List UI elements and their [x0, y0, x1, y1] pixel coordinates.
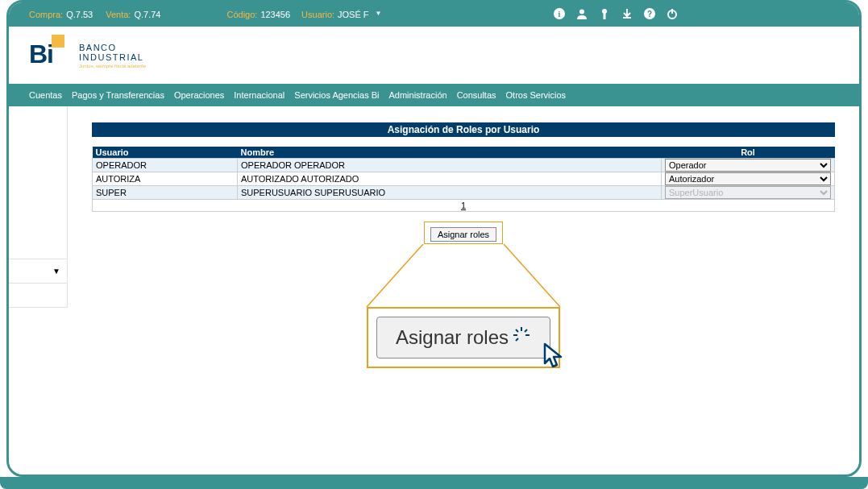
page-number[interactable]: 1	[461, 201, 466, 210]
user-icon[interactable]	[576, 8, 588, 22]
click-effect-icon	[512, 325, 531, 350]
sidebar-expand[interactable]: ▼	[9, 259, 67, 284]
sidebar-section-2	[9, 284, 67, 308]
usuario-label: Usuario:	[301, 10, 334, 19]
th-nombre: Nombre	[238, 147, 662, 159]
nav-internacional[interactable]: Internacional	[234, 90, 284, 100]
power-icon[interactable]	[667, 8, 678, 22]
logo-title-2: INDUSTRIAL	[79, 52, 146, 62]
codigo-label: Código:	[226, 10, 257, 19]
page-title: Asignación de Roles por Usuario	[92, 122, 835, 137]
nav-servicios-agencias[interactable]: Servicios Agencias Bi	[294, 90, 379, 100]
nav-administracion[interactable]: Administración	[388, 90, 446, 100]
assign-roles-button[interactable]: Asignar roles	[430, 227, 496, 242]
nav-consultas[interactable]: Consultas	[457, 90, 496, 100]
nav-otros[interactable]: Otros Servicios	[506, 90, 567, 100]
sidebar: ▼	[9, 106, 68, 308]
usuario-value: JOSÉ F	[338, 10, 369, 19]
cell-usuario: OPERADOR	[93, 159, 238, 172]
svg-line-14	[516, 329, 518, 332]
top-bar: Compra: Q.7.53 Venta: Q.7.74 Código: 123…	[9, 2, 859, 27]
compra-label: Compra:	[29, 10, 63, 19]
chevron-down-icon[interactable]: ▼	[376, 10, 382, 19]
svg-text:i: i	[559, 10, 561, 19]
venta-value: Q.7.74	[134, 10, 160, 19]
table-row: SUPERSUPERUSUARIO SUPERUSUARIOOperadorAu…	[93, 186, 835, 200]
th-rol: Rol	[662, 147, 835, 159]
role-select[interactable]: OperadorAutorizadorSuperUsuario	[665, 159, 831, 172]
callout-lines	[359, 244, 568, 309]
cell-nombre: AUTORIZADO AUTORIZADO	[238, 172, 662, 186]
cell-rol: OperadorAutorizadorSuperUsuario	[662, 159, 835, 172]
svg-point-2	[579, 9, 584, 14]
svg-rect-4	[604, 13, 606, 19]
codigo-value: 123456	[260, 10, 290, 19]
info-icon[interactable]: i	[554, 8, 565, 22]
nav-bar: Cuentas Pagos y Transferencias Operacion…	[9, 84, 859, 106]
table-row: OPERADOROPERADOR OPERADOROperadorAutoriz…	[93, 159, 835, 172]
logo-title-1: BANCO	[79, 43, 146, 52]
svg-text:?: ?	[647, 10, 652, 19]
role-select: OperadorAutorizadorSuperUsuario	[665, 186, 831, 199]
help-icon[interactable]: ?	[644, 8, 655, 22]
th-usuario: Usuario	[93, 147, 238, 159]
cell-rol: OperadorAutorizadorSuperUsuario	[662, 186, 835, 200]
cell-usuario: AUTORIZA	[93, 172, 238, 186]
nav-pagos[interactable]: Pagos y Transferencias	[72, 90, 164, 100]
assign-roles-button-zoom[interactable]: Asignar roles	[376, 317, 550, 358]
download-icon[interactable]	[621, 8, 633, 22]
table-row: AUTORIZAAUTORIZADO AUTORIZADOOperadorAut…	[93, 172, 835, 186]
nav-operaciones[interactable]: Operaciones	[174, 90, 224, 100]
cell-rol: OperadorAutorizadorSuperUsuario	[662, 172, 835, 186]
cell-nombre: OPERADOR OPERADOR	[238, 159, 662, 172]
logo-section: B i BANCO INDUSTRIAL Juntos, siempre hac…	[9, 27, 859, 84]
svg-line-16	[516, 338, 518, 341]
compra-value: Q.7.53	[66, 10, 93, 19]
key-icon[interactable]	[599, 8, 610, 22]
logo-subtitle: Juntos, siempre hacia adelante	[79, 64, 146, 68]
cell-nombre: SUPERUSUARIO SUPERUSUARIO	[238, 186, 662, 200]
svg-line-9	[367, 244, 423, 307]
pagination[interactable]: 1	[92, 200, 835, 212]
role-table: Usuario Nombre Rol OPERADOROPERADOR OPER…	[92, 147, 835, 212]
main-content: Asignación de Roles por Usuario Usuario …	[68, 106, 859, 308]
svg-line-10	[504, 244, 560, 307]
laptop-base	[0, 477, 868, 489]
cell-usuario: SUPER	[93, 186, 238, 200]
svg-line-15	[525, 329, 527, 332]
venta-label: Venta:	[106, 10, 131, 19]
role-select[interactable]: OperadorAutorizadorSuperUsuario	[665, 172, 831, 185]
logo[interactable]: B i BANCO INDUSTRIAL Juntos, siempre hac…	[29, 41, 839, 69]
zoom-callout: Asignar roles	[367, 307, 560, 368]
sidebar-section	[9, 106, 67, 259]
nav-cuentas[interactable]: Cuentas	[29, 90, 62, 100]
